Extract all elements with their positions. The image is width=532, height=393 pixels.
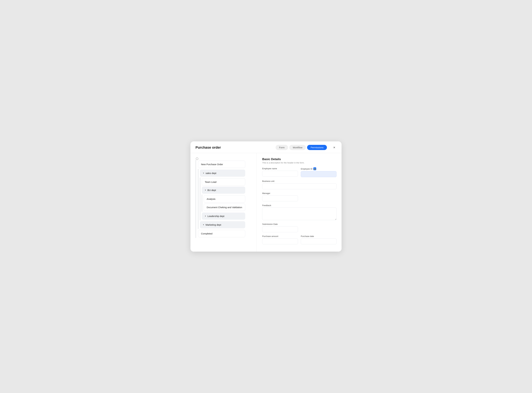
field-feedback: Feedback	[262, 204, 337, 220]
input-purchase-date[interactable]	[301, 238, 337, 244]
label-feedback: Feedback	[262, 204, 337, 206]
label-manager: Manager	[262, 192, 298, 194]
tab-workflow[interactable]: Workflow	[289, 145, 306, 150]
close-button[interactable]: ×	[332, 145, 337, 150]
tab-permissions[interactable]: Permissions	[307, 145, 327, 150]
field-employee-name: Employee name	[262, 167, 298, 177]
root-item[interactable]: New Purchase Order	[198, 161, 245, 168]
field-purchase-amount: Purchase amount	[262, 235, 298, 244]
tab-form[interactable]: Form	[276, 145, 288, 150]
form-row-6: Purchase amount Purchase date	[262, 235, 337, 244]
field-submission-date: Submission Date	[262, 223, 298, 232]
field-purchase-date: Purchase date	[301, 235, 337, 244]
modal: Purchase order Form Workflow Permissions…	[190, 141, 342, 252]
form-row-2: Business unit	[262, 180, 337, 189]
group-bu-dept[interactable]: ▼ BU dept	[202, 187, 245, 194]
input-purchase-amount[interactable]	[262, 238, 298, 244]
form-row-1: Employee name Employee ID 🔒	[262, 167, 337, 177]
form-panel: Basic Details This is a description for …	[257, 153, 342, 252]
group-marketing-dept[interactable]: ▼ Marketing dept	[200, 221, 245, 228]
leaf-analysis[interactable]: Analysis	[204, 195, 245, 203]
chevron-down-icon-4: ▼	[203, 224, 204, 226]
form-section-title: Basic Details	[262, 157, 337, 161]
group-sales-dept[interactable]: ▼ sales dept	[200, 170, 245, 177]
chevron-down-icon: ▼	[203, 172, 204, 174]
label-employee-name: Employee name	[262, 167, 298, 170]
input-manager[interactable]	[262, 195, 298, 201]
modal-title: Purchase order	[195, 146, 221, 150]
field-employee-id: Employee ID 🔒	[301, 167, 337, 177]
group-leadership-dept[interactable]: ▼ Leadership dept	[202, 213, 245, 220]
form-row-4: Feedback	[262, 204, 337, 220]
root-circle	[196, 157, 198, 160]
workflow-panel: New Purchase Order ▼ sales dept	[190, 153, 257, 252]
input-business-unit[interactable]	[262, 183, 337, 189]
field-business-unit: Business unit	[262, 180, 337, 189]
lock-icon: 🔒	[313, 167, 316, 170]
label-business-unit: Business unit	[262, 180, 337, 182]
modal-body: New Purchase Order ▼ sales dept	[190, 153, 342, 252]
label-purchase-date: Purchase date	[301, 235, 337, 237]
modal-header: Purchase order Form Workflow Permissions…	[190, 141, 342, 153]
leaf-completed[interactable]: Completed	[198, 230, 245, 237]
label-employee-id: Employee ID 🔒	[301, 167, 337, 170]
field-manager: Manager	[262, 192, 298, 201]
leaf-doc-checking[interactable]: Document Cheking and Validation	[204, 204, 245, 211]
leaf-team-lead[interactable]: Team Lead	[202, 178, 245, 186]
input-feedback[interactable]	[262, 207, 337, 220]
input-submission-date[interactable]	[262, 226, 298, 232]
form-section-desc: This is a description for the header in …	[262, 162, 337, 164]
input-employee-id[interactable]	[301, 171, 337, 177]
chevron-down-icon-3: ▼	[205, 215, 206, 217]
form-row-3: Manager	[262, 192, 337, 201]
tab-group: Form Workflow Permissions	[276, 145, 327, 150]
chevron-down-icon-2: ▼	[205, 189, 206, 191]
input-employee-name[interactable]	[262, 171, 298, 177]
label-purchase-amount: Purchase amount	[262, 235, 298, 237]
form-row-5: Submission Date	[262, 223, 337, 232]
label-submission-date: Submission Date	[262, 223, 298, 225]
